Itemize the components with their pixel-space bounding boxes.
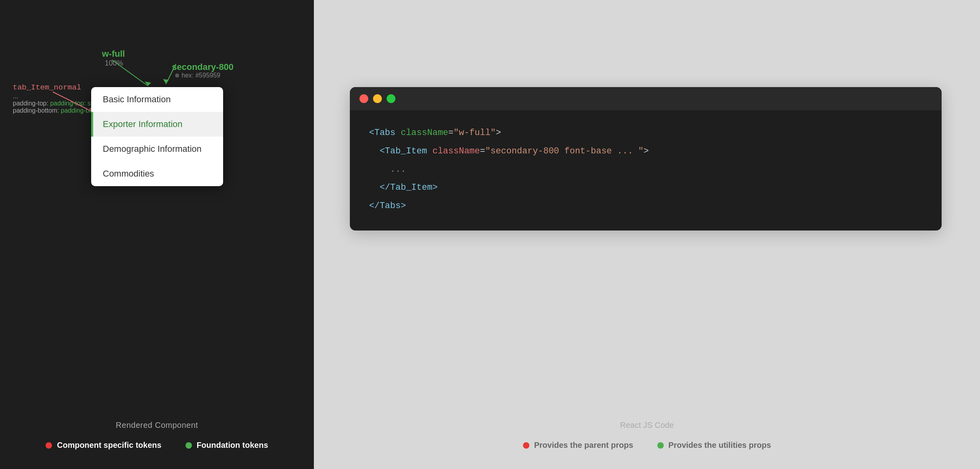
right-legend-parent-props: Provides the parent props — [523, 441, 633, 450]
tab-commodities[interactable]: Commodities — [91, 161, 223, 186]
right-legend-utility-props: Provides the utilities props — [657, 441, 771, 450]
left-legend: Component specific tokens Foundation tok… — [0, 441, 314, 450]
traffic-red-dot — [359, 94, 368, 103]
code-body: <Tabs className="w-full"> <Tab_Item clas… — [350, 110, 942, 231]
secondary-hex-annotation: hex: #595959 — [175, 72, 220, 79]
react-js-label: React JS Code — [314, 421, 980, 430]
left-panel: w-full 100% secondary-800 hex: #595959 t… — [0, 0, 314, 469]
right-panel: <Tabs className="w-full"> <Tab_Item clas… — [314, 0, 980, 469]
traffic-green-dot — [387, 94, 395, 103]
tab-item-dots: ... — [13, 93, 18, 100]
legend-component-tokens: Component specific tokens — [46, 441, 161, 450]
legend-green-dot — [186, 442, 192, 449]
right-legend-green-dot — [657, 442, 664, 449]
wfull-sub-annotation: 100% — [105, 59, 123, 68]
right-legend-red-dot — [523, 442, 529, 449]
code-line-close-tabs: </Tabs> — [369, 198, 922, 215]
secondary-annotation: secondary-800 — [172, 62, 234, 72]
rendered-component-label: Rendered Component — [0, 421, 314, 430]
code-window: <Tabs className="w-full"> <Tab_Item clas… — [350, 87, 942, 231]
code-titlebar — [350, 87, 942, 110]
legend-foundation-tokens: Foundation tokens — [186, 441, 268, 450]
svg-marker-3 — [163, 79, 169, 84]
wfull-annotation: w-full — [102, 49, 125, 59]
traffic-yellow-dot — [373, 94, 382, 103]
tab-exporter-information[interactable]: Exporter Information — [91, 112, 223, 137]
code-line-close-tabitem: </Tab_Item> — [369, 179, 922, 196]
right-legend: Provides the parent props Provides the u… — [314, 441, 980, 450]
tab-basic-information[interactable]: Basic Information — [91, 87, 223, 112]
code-line-tabs: <Tabs className="w-full"> — [369, 125, 922, 141]
tab-demographic-information[interactable]: Demographic Information — [91, 137, 223, 161]
legend-red-dot — [46, 442, 52, 449]
svg-marker-1 — [145, 81, 151, 86]
code-line-tabitem: <Tab_Item className="secondary-800 font-… — [369, 143, 922, 160]
component-card: Basic Information Exporter Information D… — [91, 87, 223, 186]
code-line-dots: ... — [369, 161, 922, 178]
hex-dot-icon — [175, 74, 179, 78]
tab-item-normal-label: tab_Item_normal — [13, 83, 81, 92]
